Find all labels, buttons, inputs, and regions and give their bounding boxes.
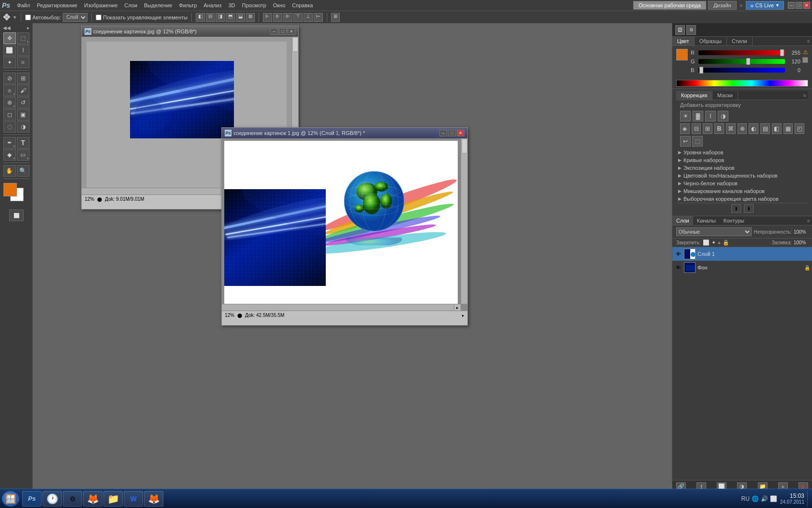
tool-type[interactable]: T [17,137,29,149]
tab-layers[interactable]: Слои [672,216,693,225]
tool-hand[interactable]: ✋ [3,165,16,177]
auto-align-btn[interactable]: ⊞ [331,13,340,22]
taskbar-explorer-app[interactable]: 📁 [103,491,123,507]
correction-item-0[interactable]: ▶ Уровни наборов [676,149,808,156]
correction-item-5[interactable]: ▶ Микширование каналов наборов [676,187,808,195]
adj-colorbal-icon[interactable]: ⊞ [703,123,712,134]
align-bottom-btn[interactable]: ⊠ [246,13,255,22]
tool-eyedropper[interactable]: ⊘ [3,73,16,84]
tool-shape[interactable]: ▭▾ [17,149,29,161]
menu-view[interactable]: Просмотр [239,1,269,9]
menu-select[interactable]: Выделение [141,1,175,9]
tool-dodge[interactable]: ◑ [17,121,29,133]
app-restore-btn[interactable]: □ [796,2,802,9]
menu-layers[interactable]: Слои [121,1,140,9]
adj-selective-icon[interactable]: ◰ [795,123,804,134]
lock-pixel-btn[interactable]: ⬜ [703,239,710,246]
adj-bw-icon[interactable]: B [714,123,724,134]
app-minimize-btn[interactable]: ─ [788,2,795,9]
adj-vibrance-icon[interactable]: ◈ [680,123,690,134]
menu-file[interactable]: Файл [14,1,33,9]
lock-btn[interactable]: 🔒 [723,239,729,246]
taskbar-ps-app[interactable]: Ps [22,491,42,507]
menu-help[interactable]: Справка [289,1,316,9]
doc1-minimize-btn[interactable]: ─ [270,28,278,35]
panel-icon-1[interactable]: 🖼 [675,25,685,35]
tab-channels[interactable]: Каналы [693,216,720,225]
menu-edit[interactable]: Редактирование [34,1,80,9]
tool-wand[interactable]: ✦ [3,57,16,68]
layer-eye-1[interactable]: 👁 [674,264,682,271]
adj-channelmix-icon[interactable]: ⊕ [738,123,747,134]
correction-item-6[interactable]: ▶ Выборочная коррекция цвета наборов [676,195,808,203]
quick-mask-btn[interactable]: ⬜ [9,209,24,221]
taskbar-browser2-app[interactable]: 🦊 [144,491,163,507]
adj-hsl-icon[interactable]: ⊟ [692,123,701,134]
adj-photofilter-icon[interactable]: ⌘ [726,123,736,134]
correction-item-3[interactable]: ▶ Цветовой тон/Насыщенность наборов [676,172,808,179]
lock-all-btn[interactable]: + [718,240,721,246]
taskbar-browser-app[interactable]: 🦊 [83,491,102,507]
tool-ruler[interactable]: ⊞ [17,73,29,84]
tool-artboard[interactable]: ⬚▾ [17,32,29,44]
correction-item-2[interactable]: ▶ Экспозиция наборов [676,164,808,172]
tool-crop[interactable]: ⌗ [17,57,29,68]
tool-history-brush[interactable]: ↺ [17,97,29,108]
menu-window[interactable]: Окно [270,1,289,9]
doc1-close-btn[interactable]: ✕ [288,28,295,35]
taskbar-start-btn[interactable]: 🪟 [2,491,19,507]
align-left-btn[interactable]: ◧ [196,13,205,22]
adj-invert-icon[interactable]: ◐ [749,123,758,134]
dist-right-btn[interactable]: ⊫ [283,13,292,22]
slider-r-thumb[interactable] [780,49,784,56]
layer-item-1[interactable]: 👁 Фон 🔒 [672,261,812,274]
tool-gradient[interactable]: ▣ [17,109,29,120]
adj-curves-icon[interactable]: ⌇ [705,111,716,121]
taskbar-clock-app[interactable]: 🕐 [43,491,62,507]
correction-item-1[interactable]: ▶ Кривые наборов [676,156,808,164]
color-fg-swatch[interactable] [676,49,688,60]
tab-color[interactable]: Цвет [672,37,695,45]
doc2-scrollbar-h[interactable]: ▸ [222,304,461,311]
dist-bottom-btn[interactable]: ⊢ [314,13,323,22]
slider-b-thumb[interactable] [699,67,703,74]
autoselect-checkbox[interactable] [25,15,31,20]
tab-swatches[interactable]: Образцы [695,37,727,45]
tools-collapse-btn[interactable]: ◀◀ [3,25,11,30]
doc2-restore-btn[interactable]: □ [448,130,456,136]
adj-brightness-icon[interactable]: ☀ [680,111,691,121]
adj-posterize-icon[interactable]: ▤ [760,123,770,134]
show-desktop-btn[interactable] [807,491,810,507]
color-panel-collapse[interactable]: ≡ [805,37,812,45]
menu-analysis[interactable]: Анализ [201,1,224,9]
workspace-main-btn[interactable]: Основная рабочая среда [633,1,706,10]
correction-item-4[interactable]: ▶ Черно-белое наборов [676,179,808,187]
align-middle-btn[interactable]: ⬓ [236,13,245,22]
doc2-nav-right[interactable]: ▸ [462,313,464,318]
align-top-btn[interactable]: ⬒ [226,13,235,22]
slider-g-thumb[interactable] [746,58,750,65]
autoselect-option[interactable]: Автовыбор: [25,15,61,20]
align-right-btn[interactable]: ◨ [216,13,225,22]
layer-eye-0[interactable]: 👁 [674,250,682,258]
taskbar-word-app[interactable]: W [124,491,143,507]
tool-eraser[interactable]: ◻ [3,109,16,120]
adj-return-icon[interactable]: ↩ [680,136,691,147]
doc2-titlebar[interactable]: Ps соединение картинок 1.jpg @ 12% (Слой… [222,128,467,138]
doc2-close-btn[interactable]: ✕ [457,130,464,136]
doc2-scrollbar-v[interactable] [461,138,467,304]
layer-item-0[interactable]: 👁 Слой 1 [672,247,812,261]
menu-image[interactable]: Изображение [81,1,120,9]
doc1-restore-btn[interactable]: □ [279,28,287,35]
panel-icon-2[interactable]: ⚙ [686,25,696,35]
adj-exposure-icon[interactable]: ◑ [718,111,728,121]
adj-thumbnail-icon[interactable]: ⬚ [692,136,703,147]
autoselect-type[interactable]: Слой [63,13,87,22]
dist-center-btn[interactable]: ⊪ [273,13,282,22]
tool-lasso[interactable]: ⌇ [17,45,29,56]
doc1-titlebar[interactable]: Ps соединение картинок.jpg @ 12% (RGB/8*… [82,26,298,37]
adj-levels-icon[interactable]: ▓ [693,111,703,121]
show-transform-checkbox[interactable] [96,15,102,20]
cs-live-btn[interactable]: ◆ CS Live ▼ [746,1,784,10]
tool-zoom[interactable]: 🔍 [17,165,29,177]
